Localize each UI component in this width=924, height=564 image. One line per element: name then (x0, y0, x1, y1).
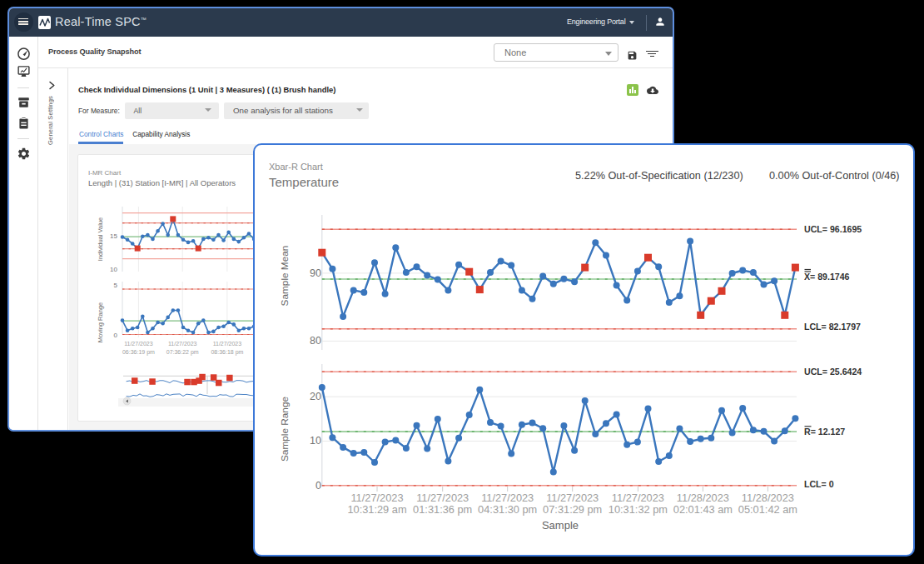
svg-text:Moving Range: Moving Range (97, 302, 104, 342)
svg-text:11/27/2023: 11/27/2023 (168, 341, 197, 347)
svg-text:07:36:22 pm: 07:36:22 pm (166, 349, 199, 356)
svg-text:0: 0 (315, 480, 321, 492)
svg-text:11/27/2023: 11/27/2023 (612, 492, 664, 504)
svg-text:Sample Range: Sample Range (279, 397, 291, 462)
svg-text:08:36:18 pm: 08:36:18 pm (211, 349, 243, 356)
svg-text:Sample Mean: Sample Mean (279, 246, 291, 307)
svg-text:UCL= 25.6424: UCL= 25.6424 (804, 367, 862, 377)
svg-text:11/28/2023: 11/28/2023 (677, 492, 729, 504)
svg-text:90: 90 (310, 267, 321, 279)
svg-text:11/27/2023: 11/27/2023 (416, 492, 469, 504)
svg-text:Sample: Sample (542, 519, 579, 532)
svg-text:06:36:19 pm: 06:36:19 pm (122, 349, 155, 356)
svg-text:Individual Value: Individual Value (97, 217, 104, 261)
svg-text:02:01:43 am: 02:01:43 am (673, 503, 733, 516)
svg-text:10: 10 (110, 266, 117, 273)
svg-text:10:31:32 pm: 10:31:32 pm (609, 503, 668, 516)
svg-text:07:31:29 pm: 07:31:29 pm (543, 503, 602, 516)
svg-text:X= 89.1746: X= 89.1746 (804, 272, 850, 282)
svg-text:0: 0 (114, 332, 118, 339)
svg-text:05:01:42 am: 05:01:42 am (738, 503, 797, 516)
svg-text:11/27/2023: 11/27/2023 (124, 341, 153, 347)
svg-text:80: 80 (310, 335, 321, 347)
svg-text:20: 20 (310, 391, 321, 402)
svg-text:11/27/2023: 11/27/2023 (213, 341, 242, 347)
svg-text:11/27/2023: 11/27/2023 (481, 492, 534, 504)
svg-text:5: 5 (114, 282, 118, 289)
svg-text:11/27/2023: 11/27/2023 (546, 492, 599, 504)
svg-text:10:31:29 am: 10:31:29 am (347, 503, 406, 516)
svg-text:11/28/2023: 11/28/2023 (742, 492, 794, 504)
svg-text:UCL= 96.1695: UCL= 96.1695 (804, 224, 862, 234)
svg-text:04:31:30 pm: 04:31:30 pm (478, 503, 537, 516)
svg-text:LCL= 0: LCL= 0 (804, 479, 834, 489)
svg-text:01:31:36 pm: 01:31:36 pm (413, 503, 472, 516)
svg-text:15: 15 (110, 232, 117, 240)
svg-text:11/27/2023: 11/27/2023 (350, 492, 403, 504)
svg-text:LCL= 82.1797: LCL= 82.1797 (804, 322, 861, 332)
svg-text:10: 10 (310, 435, 321, 447)
svg-text:R= 12.127: R= 12.127 (804, 427, 845, 437)
